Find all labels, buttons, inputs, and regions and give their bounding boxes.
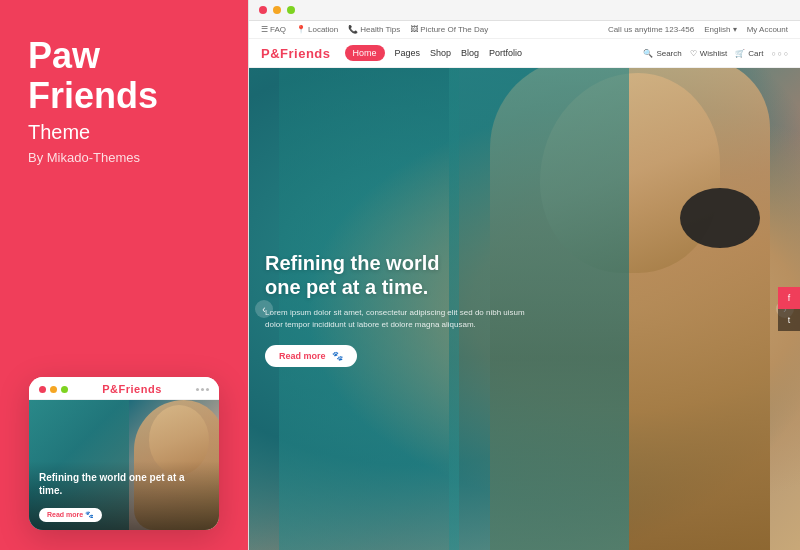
mobile-hero-image: Refining the world one pet at a time. Re… xyxy=(29,400,219,530)
faq-icon: ☰ xyxy=(261,25,268,34)
health-icon: 📞 xyxy=(348,25,358,34)
mobile-hero-overlay: Refining the world one pet at a time. Re… xyxy=(29,461,219,530)
nav-cart[interactable]: 🛒 Cart xyxy=(735,49,763,58)
utility-language[interactable]: English ▾ xyxy=(704,25,736,34)
hero-title: Refining the worldone pet at a time. xyxy=(265,251,525,299)
mobile-hero-text: Refining the world one pet at a time. xyxy=(39,471,209,497)
wishlist-label: Wishlist xyxy=(700,49,728,58)
utility-location[interactable]: 📍 Location xyxy=(296,25,338,34)
hero-sidebar-icons: f t xyxy=(778,287,800,331)
nav-item-pages[interactable]: Pages xyxy=(395,48,421,58)
mobile-logo: P&Friends xyxy=(102,383,162,395)
theme-by: By Mikado-Themes xyxy=(28,150,220,165)
right-panel: ☰ FAQ 📍 Location 📞 Health Tips 🖼 Picture… xyxy=(248,0,800,550)
cart-label: Cart xyxy=(748,49,763,58)
social-icon-symbol-1: f xyxy=(788,293,791,303)
utility-left: ☰ FAQ 📍 Location 📞 Health Tips 🖼 Picture… xyxy=(261,25,488,34)
nav-dots: ○ ○ ○ xyxy=(771,50,788,57)
nav-search[interactable]: 🔍 Search xyxy=(643,49,681,58)
mobile-dot-yellow xyxy=(50,386,57,393)
cart-icon: 🛒 xyxy=(735,49,745,58)
nav-item-blog[interactable]: Blog xyxy=(461,48,479,58)
site-logo[interactable]: P&Friends xyxy=(261,46,331,61)
mobile-dot-red xyxy=(39,386,46,393)
picture-label: Picture Of The Day xyxy=(420,25,488,34)
nav-item-portfolio[interactable]: Portfolio xyxy=(489,48,522,58)
mobile-mockup: P&Friends Refining the world one pet at … xyxy=(29,377,219,530)
social-icon-2[interactable]: t xyxy=(778,309,800,331)
hero-description: Lorem ipsum dolor sit amet, consectetur … xyxy=(265,307,525,331)
mobile-dot-green xyxy=(61,386,68,393)
browser-dot-yellow[interactable] xyxy=(273,6,281,14)
health-label: Health Tips xyxy=(360,25,400,34)
nav-item-shop[interactable]: Shop xyxy=(430,48,451,58)
left-panel: PawFriends Theme By Mikado-Themes P&Frie… xyxy=(0,0,248,550)
hero-section: ‹ Refining the worldone pet at a time. L… xyxy=(249,68,800,550)
nav-item-home[interactable]: Home xyxy=(345,45,385,61)
read-more-label: Read more xyxy=(279,351,326,361)
utility-bar: ☰ FAQ 📍 Location 📞 Health Tips 🖼 Picture… xyxy=(249,21,800,39)
utility-right: Call us anytime 123-456 English ▾ My Acc… xyxy=(608,25,788,34)
theme-subtitle: Theme xyxy=(28,121,220,144)
dots-label: ○ ○ ○ xyxy=(771,50,788,57)
utility-picture-day[interactable]: 🖼 Picture Of The Day xyxy=(410,25,488,34)
mobile-window-dots xyxy=(39,386,68,393)
website-content: ☰ FAQ 📍 Location 📞 Health Tips 🖼 Picture… xyxy=(249,21,800,550)
heart-icon: ♡ xyxy=(690,49,697,58)
nav-right: 🔍 Search ♡ Wishlist 🛒 Cart ○ ○ ○ xyxy=(643,49,788,58)
mobile-more-menu xyxy=(196,388,209,391)
utility-faq[interactable]: ☰ FAQ xyxy=(261,25,286,34)
utility-phone: Call us anytime 123-456 xyxy=(608,25,694,34)
mobile-more-dot-1 xyxy=(196,388,199,391)
mobile-read-more-button[interactable]: Read more 🐾 xyxy=(39,508,102,522)
theme-title: PawFriends xyxy=(28,36,220,115)
browser-chrome xyxy=(249,0,800,21)
faq-label: FAQ xyxy=(270,25,286,34)
mobile-top-bar: P&Friends xyxy=(29,377,219,400)
location-label: Location xyxy=(308,25,338,34)
hero-read-more-button[interactable]: Read more 🐾 xyxy=(265,345,357,367)
main-nav: P&Friends Home Pages Shop Blog Portfolio… xyxy=(249,39,800,68)
browser-dot-red[interactable] xyxy=(259,6,267,14)
nav-items: Home Pages Shop Blog Portfolio xyxy=(345,45,630,61)
mobile-more-dot-2 xyxy=(201,388,204,391)
nav-wishlist[interactable]: ♡ Wishlist xyxy=(690,49,728,58)
social-icon-symbol-2: t xyxy=(788,315,791,325)
hero-content: Refining the worldone pet at a time. Lor… xyxy=(265,251,525,367)
social-icon-1[interactable]: f xyxy=(778,287,800,309)
browser-dot-green[interactable] xyxy=(287,6,295,14)
mobile-more-dot-3 xyxy=(206,388,209,391)
location-icon: 📍 xyxy=(296,25,306,34)
hero-dog-nose-area xyxy=(680,188,760,248)
search-icon: 🔍 xyxy=(643,49,653,58)
utility-health-tips[interactable]: 📞 Health Tips xyxy=(348,25,400,34)
utility-account[interactable]: My Account xyxy=(747,25,788,34)
paw-icon: 🐾 xyxy=(332,351,343,361)
search-label: Search xyxy=(656,49,681,58)
picture-icon: 🖼 xyxy=(410,25,418,34)
